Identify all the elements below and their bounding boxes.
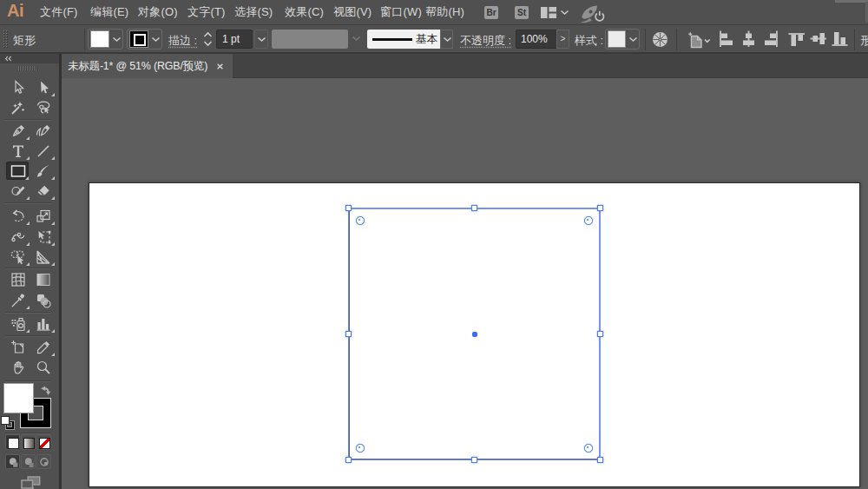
style-swatch[interactable] [608,31,625,47]
tool-lasso[interactable] [32,98,55,117]
tools-panel-grip[interactable] [18,66,37,70]
corner-widget-top-right[interactable] [584,216,593,225]
stroke-weight-label[interactable]: 描边 : [168,33,197,49]
menu-window[interactable]: 窗口(W) [380,0,422,24]
selection-center-point[interactable] [472,332,477,337]
brush-definition-dropdown[interactable] [272,30,348,49]
color-button[interactable] [5,434,20,450]
fill-swatch[interactable] [91,31,108,47]
menu-view[interactable]: 视图(V) [333,0,372,24]
align-h-center-button[interactable] [740,30,757,47]
tool-mesh[interactable] [7,270,30,289]
tool-blend[interactable] [32,291,55,310]
align-bottom-button[interactable] [832,30,848,47]
gradient-button[interactable] [21,434,36,450]
tab-close-icon[interactable] [216,63,224,70]
collapse-panel-icon[interactable] [4,56,12,62]
document-tab[interactable]: 未标题-1* @ 51% (RGB/预览) [61,54,233,78]
illustrator-logo[interactable]: Ai [7,1,23,21]
tool-column-graph[interactable] [32,314,55,334]
align-right-button[interactable] [764,30,780,47]
fill-color-button[interactable] [88,29,123,50]
default-fill-stroke-icon[interactable] [2,417,15,429]
align-to-selection-button[interactable] [686,31,712,50]
tool-rotate[interactable] [7,207,30,226]
bridge-button[interactable]: Br [484,6,498,19]
tool-free-transform[interactable] [32,228,55,247]
handle-middle-right[interactable] [597,331,603,337]
tool-direct-selection[interactable] [32,78,55,97]
menu-object[interactable]: 对象(O) [138,0,178,24]
menu-edit[interactable]: 编辑(E) [90,0,128,24]
width-profile-dropdown[interactable]: 基本 [367,30,440,49]
corner-widget-bottom-left[interactable] [356,444,365,453]
tool-selection[interactable] [7,78,30,97]
screen-mode-button[interactable] [21,476,41,489]
workspace-chevron-icon[interactable] [560,10,569,16]
swap-fill-stroke-icon[interactable] [40,385,51,396]
tool-width[interactable] [7,228,30,247]
fill-proxy[interactable] [4,384,33,413]
stroke-swatch[interactable] [130,31,148,47]
canvas-pasteboard[interactable] [62,78,868,489]
tool-eyedropper[interactable] [7,291,30,310]
tool-hand[interactable] [7,358,30,377]
tool-rectangle-active-cell[interactable] [6,162,29,180]
opacity-expand-button[interactable]: > [556,30,569,49]
controlbar-grip[interactable] [3,30,8,49]
tool-scale[interactable] [32,207,55,226]
width-profile-chevron[interactable] [440,30,453,49]
tool-artboard[interactable] [7,338,30,357]
align-left-button[interactable] [717,30,733,47]
menu-file[interactable]: 文件(F) [40,0,78,24]
tool-perspective-grid[interactable] [32,248,55,267]
tools-panel-header[interactable] [0,54,59,63]
align-v-center-button[interactable] [810,30,826,47]
gpu-performance-rocket-icon[interactable] [579,3,606,23]
align-top-button[interactable] [788,30,805,47]
handle-bottom-center[interactable] [471,457,477,463]
stroke-weight-input[interactable]: 1 pt [216,30,253,49]
draw-inside-button[interactable] [36,454,51,469]
handle-top-left[interactable] [345,205,352,211]
tool-eraser[interactable] [32,182,55,201]
corner-widget-bottom-right[interactable] [584,444,593,453]
tool-line-segment[interactable] [32,142,55,161]
menu-type[interactable]: 文字(T) [187,0,226,24]
style-chevron-icon [628,36,638,43]
tool-shape-builder[interactable] [7,248,30,267]
recolor-artwork-button[interactable] [652,31,668,48]
menu-select[interactable]: 选择(S) [234,0,273,24]
tool-symbol-sprayer[interactable] [7,314,30,334]
tool-type[interactable] [7,142,30,161]
menu-effect[interactable]: 效果(C) [285,0,324,24]
tool-pen[interactable] [7,122,30,141]
tool-paintbrush[interactable] [32,162,55,181]
tool-slice[interactable] [32,338,55,357]
handle-top-center[interactable] [471,205,477,211]
tool-zoom[interactable] [32,358,55,377]
draw-normal-button[interactable] [5,454,20,469]
opacity-input[interactable]: 100% [516,30,561,49]
corner-widget-top-left[interactable] [356,216,365,225]
opacity-label[interactable]: 不透明度 : [460,33,511,49]
stroke-weight-chevron-button[interactable] [254,30,268,49]
selected-rectangle[interactable] [348,208,601,460]
stroke-weight-stepper[interactable] [202,30,214,48]
tool-rectangle[interactable] [6,162,29,181]
handle-middle-left[interactable] [345,331,352,337]
workspace-switcher-icon[interactable] [541,7,556,18]
menu-help[interactable]: 帮助(H) [425,0,464,24]
handle-bottom-left[interactable] [345,457,352,463]
stock-button[interactable]: St [515,6,529,19]
handle-bottom-right[interactable] [597,457,603,463]
draw-behind-button[interactable] [21,454,36,469]
handle-top-right[interactable] [597,205,603,211]
tool-magic-wand[interactable] [7,98,30,117]
stroke-color-button[interactable] [127,29,162,50]
none-button[interactable] [36,434,51,450]
tool-shaper[interactable] [7,182,30,201]
tool-gradient[interactable] [32,270,55,289]
tool-curvature[interactable] [32,122,55,141]
style-dropdown[interactable] [605,29,640,50]
